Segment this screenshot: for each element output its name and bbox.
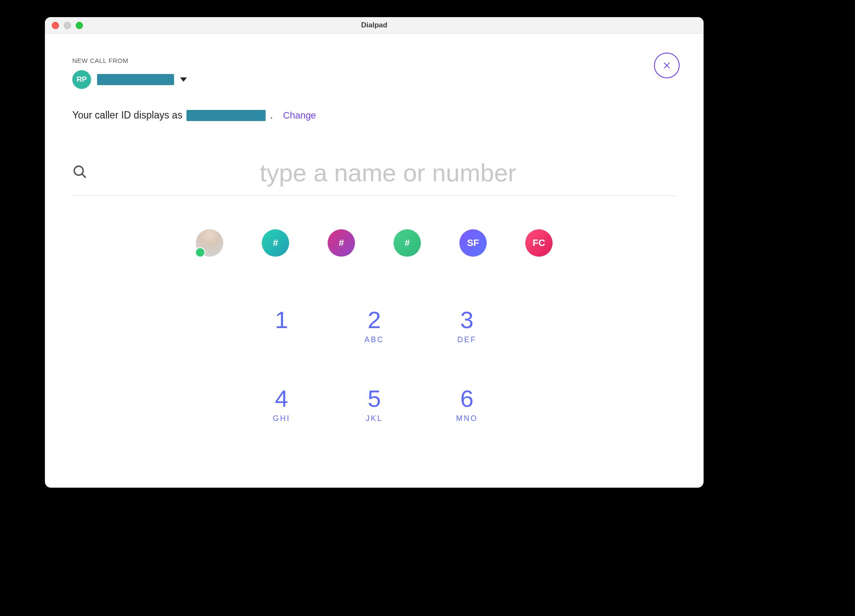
- keypad-key-6[interactable]: 6 MNO: [427, 387, 507, 423]
- hash-icon: #: [405, 237, 410, 249]
- caller-id-suffix: .: [270, 110, 272, 121]
- keypad-letters: DEF: [427, 335, 507, 344]
- chevron-down-icon[interactable]: [180, 77, 187, 82]
- window-controls: [45, 22, 83, 29]
- window-title: Dialpad: [45, 21, 704, 30]
- hash-icon: #: [339, 237, 344, 249]
- caller-id-prefix: Your caller ID displays as: [72, 110, 182, 121]
- contact-chip[interactable]: #: [328, 229, 355, 257]
- caller-name-redacted: [97, 74, 174, 85]
- keypad: 1 2 ABC 3 DEF 4 GHI 5 JKL 6 MNO: [242, 308, 507, 423]
- keypad-key-2[interactable]: 2 ABC: [334, 308, 414, 344]
- titlebar: Dialpad: [45, 17, 704, 34]
- avatar-initials: RP: [77, 75, 87, 84]
- search-icon: [72, 164, 88, 181]
- keypad-digit: 1: [242, 308, 322, 332]
- caller-id-number-redacted: [186, 110, 266, 121]
- keypad-letters: [242, 335, 322, 344]
- contact-chip[interactable]: FC: [525, 229, 553, 257]
- contact-chip[interactable]: [196, 229, 223, 257]
- keypad-letters: GHI: [242, 414, 322, 423]
- presence-indicator-icon: [195, 247, 205, 258]
- contact-initials: FC: [533, 237, 545, 249]
- keypad-letters: JKL: [334, 414, 414, 423]
- call-from-selector[interactable]: RP: [72, 70, 676, 89]
- keypad-digit: 4: [242, 387, 322, 411]
- keypad-digit: 3: [427, 308, 507, 332]
- keypad-key-4[interactable]: 4 GHI: [242, 387, 322, 423]
- keypad-digit: 2: [334, 308, 414, 332]
- contact-chip[interactable]: #: [262, 229, 289, 257]
- keypad-key-3[interactable]: 3 DEF: [427, 308, 507, 344]
- keypad-digit: 5: [334, 387, 414, 411]
- new-call-from-label: NEW CALL FROM: [72, 57, 676, 64]
- window-zoom-icon[interactable]: [76, 22, 83, 29]
- contact-chip[interactable]: SF: [459, 229, 487, 257]
- keypad-key-5[interactable]: 5 JKL: [334, 387, 414, 423]
- window-minimize-icon[interactable]: [64, 22, 71, 29]
- recent-contacts: # # # SF FC: [72, 229, 676, 257]
- search-row: [72, 158, 676, 196]
- svg-point-0: [74, 166, 83, 175]
- contact-initials: SF: [467, 237, 479, 249]
- hash-icon: #: [273, 237, 278, 249]
- contact-chip[interactable]: #: [393, 229, 421, 257]
- keypad-letters: MNO: [427, 414, 507, 423]
- keypad-letters: ABC: [334, 335, 414, 344]
- avatar: RP: [72, 70, 91, 89]
- content: NEW CALL FROM RP Your caller ID displays…: [45, 34, 704, 423]
- close-icon: [662, 61, 672, 70]
- close-button[interactable]: [654, 53, 680, 78]
- caller-id-row: Your caller ID displays as . Change: [72, 110, 676, 121]
- app-window: Dialpad NEW CALL FROM RP Your caller ID …: [45, 17, 704, 488]
- change-caller-id-link[interactable]: Change: [283, 110, 316, 121]
- keypad-digit: 6: [427, 387, 507, 411]
- keypad-key-1[interactable]: 1: [242, 308, 322, 344]
- dial-input[interactable]: [100, 158, 676, 187]
- window-close-icon[interactable]: [52, 22, 59, 29]
